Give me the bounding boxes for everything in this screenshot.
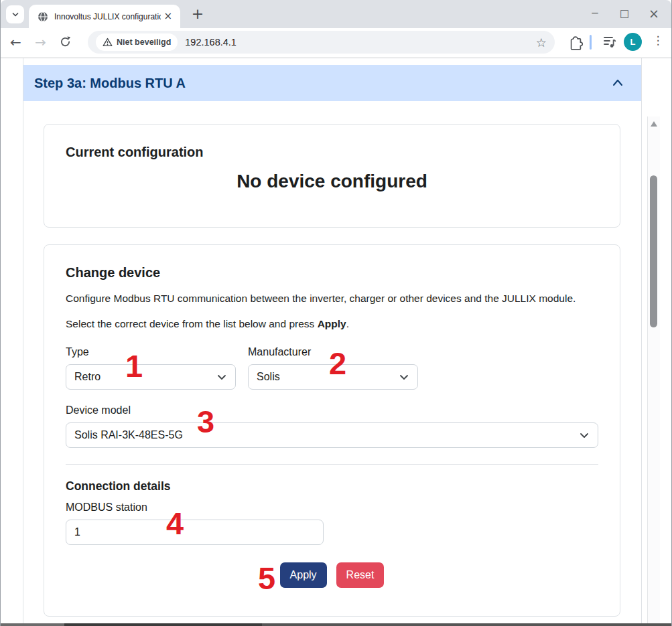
change-device-instruction: Select the correct device from the list … xyxy=(66,318,598,330)
bookmark-star-icon[interactable]: ☆ xyxy=(536,35,547,50)
close-button[interactable]: × xyxy=(639,0,669,27)
chevron-up-icon xyxy=(610,76,625,90)
current-configuration-title: Current configuration xyxy=(66,145,598,160)
current-configuration-card: Current configuration No device configur… xyxy=(44,124,620,228)
browser-window: Innovoltus JULLIX configuration × + ─ □ … xyxy=(0,0,672,626)
scrollbar-thumb[interactable] xyxy=(650,175,657,327)
step-title: Step 3a: Modbus RTU A xyxy=(34,76,186,91)
tab-close-icon[interactable]: × xyxy=(161,11,175,22)
profile-avatar[interactable]: L xyxy=(624,33,642,51)
window-controls: ─ □ × xyxy=(580,0,669,27)
modbus-station-label: MODBUS station xyxy=(66,501,598,514)
section-divider xyxy=(66,464,598,465)
tab-title: Innovoltus JULLIX configuration xyxy=(54,12,161,21)
no-device-status: No device configured xyxy=(66,171,598,192)
manufacturer-label: Manufacturer xyxy=(248,346,418,358)
reset-button[interactable]: Reset xyxy=(336,562,385,588)
accordion-step3a-header[interactable]: Step 3a: Modbus RTU A xyxy=(23,65,641,101)
reload-icon[interactable] xyxy=(59,35,72,48)
toolbar-blue-indicator xyxy=(590,35,592,50)
tab-search-button[interactable] xyxy=(6,5,24,23)
url-text: 192.168.4.1 xyxy=(185,37,237,48)
back-icon[interactable]: ← xyxy=(10,33,21,51)
page-scrollbar[interactable] xyxy=(647,116,660,626)
type-label: Type xyxy=(66,346,236,358)
globe-favicon-icon xyxy=(38,11,48,22)
chevron-down-icon xyxy=(579,430,590,441)
manufacturer-select[interactable]: Solis xyxy=(248,364,418,390)
page-content: Step 3a: Modbus RTU A Current configurat… xyxy=(1,58,660,623)
scroll-up-arrow[interactable] xyxy=(651,121,657,127)
warning-icon xyxy=(103,37,113,47)
chevron-down-icon xyxy=(11,10,20,19)
menu-kebab-icon[interactable]: ⋮ xyxy=(652,33,664,47)
maximize-button[interactable]: □ xyxy=(610,0,639,27)
tab-strip: Innovoltus JULLIX configuration × + ─ □ … xyxy=(1,0,671,28)
chevron-down-icon xyxy=(399,372,409,382)
new-tab-button[interactable]: + xyxy=(188,5,207,24)
media-controls-icon[interactable] xyxy=(602,31,617,54)
modbus-station-input[interactable] xyxy=(66,520,324,545)
device-model-select[interactable]: Solis RAI-3K-48ES-5G xyxy=(66,422,598,448)
extensions-icon[interactable] xyxy=(568,31,583,54)
apply-button[interactable]: Apply xyxy=(280,562,327,588)
chevron-down-icon xyxy=(216,372,227,382)
browser-tab[interactable]: Innovoltus JULLIX configuration × xyxy=(29,5,180,28)
change-device-card: Change device Configure Modbus RTU commu… xyxy=(44,244,620,617)
change-device-description: Configure Modbus RTU communication betwe… xyxy=(66,293,598,305)
security-label: Niet beveiligd xyxy=(117,37,171,47)
address-bar[interactable]: Niet beveiligd 192.168.4.1 ☆ xyxy=(88,31,555,54)
security-chip[interactable]: Niet beveiligd xyxy=(96,33,178,51)
device-model-label: Device model xyxy=(66,404,598,416)
connection-details-title: Connection details xyxy=(66,479,598,493)
minimize-button[interactable]: ─ xyxy=(580,0,610,27)
taskbar-edge xyxy=(1,623,671,626)
type-select[interactable]: Retro xyxy=(66,364,236,390)
forward-icon[interactable]: → xyxy=(35,33,46,51)
change-device-title: Change device xyxy=(66,265,598,281)
